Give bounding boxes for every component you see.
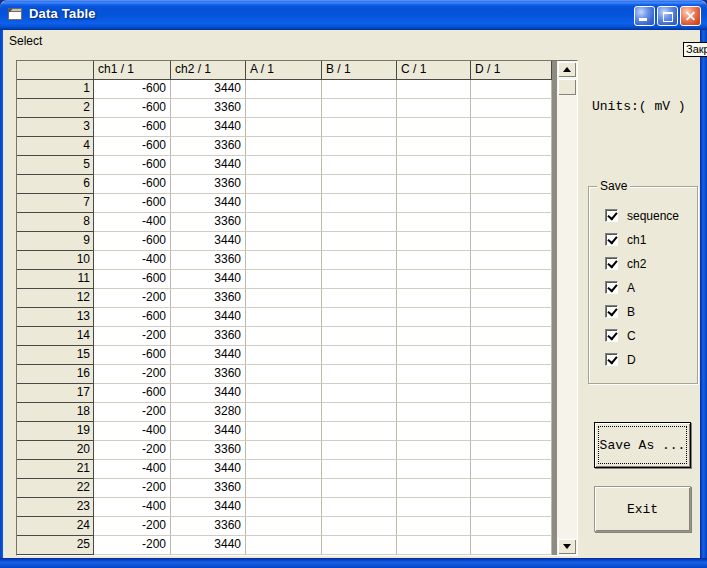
data-cell[interactable]	[397, 536, 471, 555]
data-cell[interactable]	[322, 137, 397, 156]
data-cell[interactable]	[246, 346, 322, 365]
data-cell[interactable]	[322, 441, 397, 460]
data-cell[interactable]: -400	[94, 498, 171, 517]
data-cell[interactable]	[322, 403, 397, 422]
data-cell[interactable]: -200	[94, 517, 171, 536]
data-cell[interactable]	[397, 365, 471, 384]
data-cell[interactable]: 3360	[171, 441, 246, 460]
row-number-cell[interactable]: 7	[17, 194, 94, 213]
data-cell[interactable]	[471, 536, 552, 555]
data-cell[interactable]	[322, 498, 397, 517]
data-cell[interactable]	[471, 175, 552, 194]
data-cell[interactable]: 3440	[171, 156, 246, 175]
data-cell[interactable]	[246, 175, 322, 194]
data-cell[interactable]	[471, 365, 552, 384]
data-cell[interactable]	[471, 232, 552, 251]
checkbox-item-C[interactable]: C	[605, 329, 697, 342]
column-header[interactable]: A / 1	[246, 61, 322, 80]
checkbox-ch1[interactable]	[605, 233, 618, 246]
data-cell[interactable]	[471, 194, 552, 213]
data-cell[interactable]	[397, 346, 471, 365]
row-number-cell[interactable]: 23	[17, 498, 94, 517]
data-cell[interactable]	[322, 346, 397, 365]
data-cell[interactable]	[397, 194, 471, 213]
data-cell[interactable]	[322, 251, 397, 270]
data-cell[interactable]: 3440	[171, 460, 246, 479]
row-number-cell[interactable]: 2	[17, 99, 94, 118]
data-cell[interactable]: -400	[94, 422, 171, 441]
minimize-button[interactable]	[634, 6, 655, 26]
data-cell[interactable]	[246, 422, 322, 441]
data-cell[interactable]	[246, 327, 322, 346]
data-cell[interactable]	[471, 517, 552, 536]
data-cell[interactable]	[471, 80, 552, 99]
row-number-cell[interactable]: 8	[17, 213, 94, 232]
data-cell[interactable]: -200	[94, 327, 171, 346]
data-cell[interactable]	[246, 460, 322, 479]
data-cell[interactable]	[471, 289, 552, 308]
data-cell[interactable]	[471, 327, 552, 346]
data-cell[interactable]	[471, 99, 552, 118]
checkbox-item-A[interactable]: A	[605, 281, 697, 294]
data-cell[interactable]	[471, 441, 552, 460]
corner-header-cell[interactable]	[17, 61, 94, 80]
data-cell[interactable]: 3440	[171, 308, 246, 327]
data-cell[interactable]: -600	[94, 80, 171, 99]
data-cell[interactable]: 3440	[171, 118, 246, 137]
data-cell[interactable]	[471, 251, 552, 270]
data-cell[interactable]	[397, 460, 471, 479]
checkbox-A[interactable]	[605, 281, 618, 294]
checkbox-item-ch1[interactable]: ch1	[605, 233, 697, 246]
row-number-cell[interactable]: 5	[17, 156, 94, 175]
title-bar[interactable]: Data Table	[0, 0, 707, 30]
checkbox-item-B[interactable]: B	[605, 305, 697, 318]
data-cell[interactable]: -600	[94, 346, 171, 365]
data-cell[interactable]: 3360	[171, 365, 246, 384]
data-cell[interactable]: -200	[94, 479, 171, 498]
data-cell[interactable]	[246, 517, 322, 536]
data-cell[interactable]: -600	[94, 308, 171, 327]
data-cell[interactable]	[246, 270, 322, 289]
maximize-button[interactable]	[657, 6, 678, 26]
data-cell[interactable]	[246, 441, 322, 460]
row-number-cell[interactable]: 6	[17, 175, 94, 194]
data-cell[interactable]	[471, 346, 552, 365]
checkbox-item-ch2[interactable]: ch2	[605, 257, 697, 270]
data-cell[interactable]: -600	[94, 175, 171, 194]
data-cell[interactable]	[246, 289, 322, 308]
data-cell[interactable]	[322, 99, 397, 118]
data-cell[interactable]: -600	[94, 270, 171, 289]
row-number-cell[interactable]: 21	[17, 460, 94, 479]
data-cell[interactable]	[397, 232, 471, 251]
data-cell[interactable]	[322, 384, 397, 403]
data-cell[interactable]: 3440	[171, 422, 246, 441]
data-cell[interactable]: 3440	[171, 194, 246, 213]
data-cell[interactable]: 3360	[171, 137, 246, 156]
data-cell[interactable]: -200	[94, 403, 171, 422]
row-number-cell[interactable]: 13	[17, 308, 94, 327]
data-cell[interactable]	[246, 251, 322, 270]
data-cell[interactable]	[397, 422, 471, 441]
data-cell[interactable]	[246, 137, 322, 156]
data-cell[interactable]	[246, 232, 322, 251]
row-number-cell[interactable]: 20	[17, 441, 94, 460]
data-cell[interactable]	[322, 517, 397, 536]
row-number-cell[interactable]: 19	[17, 422, 94, 441]
row-number-cell[interactable]: 15	[17, 346, 94, 365]
data-cell[interactable]: 3360	[171, 99, 246, 118]
data-cell[interactable]	[322, 327, 397, 346]
checkbox-B[interactable]	[605, 305, 618, 318]
data-cell[interactable]	[322, 118, 397, 137]
data-cell[interactable]	[322, 460, 397, 479]
data-cell[interactable]	[397, 80, 471, 99]
data-cell[interactable]: -200	[94, 441, 171, 460]
row-number-cell[interactable]: 14	[17, 327, 94, 346]
data-cell[interactable]: 3440	[171, 346, 246, 365]
data-cell[interactable]	[322, 80, 397, 99]
data-cell[interactable]	[471, 403, 552, 422]
data-cell[interactable]	[246, 99, 322, 118]
data-cell[interactable]	[397, 289, 471, 308]
data-cell[interactable]	[322, 194, 397, 213]
data-cell[interactable]	[246, 194, 322, 213]
data-cell[interactable]: 3360	[171, 517, 246, 536]
